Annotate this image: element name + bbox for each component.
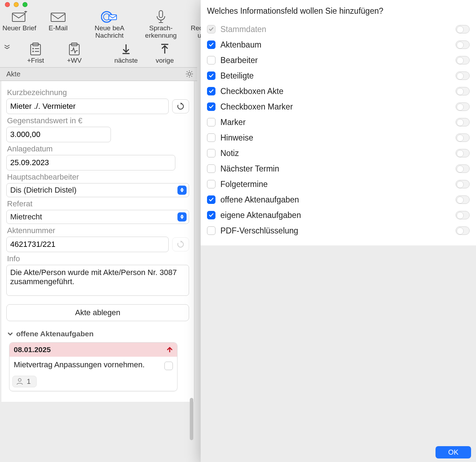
svg-point-10 [32, 48, 34, 49]
option-toggle[interactable] [456, 102, 470, 111]
select-referat[interactable]: Mietrecht [6, 210, 189, 224]
option-row[interactable]: Beteiligte [207, 68, 470, 83]
scrollbar[interactable] [189, 398, 194, 451]
popover-title: Welches Informationsfeld wollen Sie hinz… [201, 0, 476, 20]
task-checkbox[interactable] [164, 362, 173, 370]
option-toggle[interactable] [456, 164, 470, 173]
option-row[interactable]: eigene Aktenaufgaben [207, 207, 470, 223]
option-toggle[interactable] [456, 133, 470, 142]
toolbar-label: Neue beA Nachricht [95, 25, 125, 39]
option-row[interactable]: Aktenbaum [207, 37, 470, 52]
textarea-info[interactable]: Die Akte/Person wurde mit Akte/Person Nr… [6, 265, 189, 296]
option-label: eigene Aktenaufgaben [220, 211, 301, 220]
option-toggle[interactable] [456, 226, 470, 235]
envelope-icon [48, 10, 68, 24]
svg-rect-1 [51, 13, 65, 21]
assignee-chip[interactable]: 1 [12, 376, 37, 387]
window-controls[interactable] [0, 0, 197, 6]
option-row[interactable]: Notiz [207, 145, 470, 161]
person-icon [16, 378, 23, 385]
option-checkbox[interactable] [207, 40, 215, 49]
option-label: Bearbeiter [220, 56, 258, 65]
toolbar-email[interactable]: E-Mail [43, 10, 73, 39]
toolbar-sprach[interactable]: Sprach- erkennung [146, 10, 176, 39]
option-toggle[interactable] [456, 195, 470, 204]
option-row[interactable]: Folgetermine [207, 176, 470, 192]
option-checkbox[interactable] [207, 102, 215, 111]
toolbar-label: vorige [156, 57, 174, 64]
label-aktennummer: Aktennummer [7, 226, 188, 235]
svg-point-11 [32, 51, 34, 52]
priority-up-icon [167, 346, 173, 353]
option-toggle[interactable] [456, 71, 470, 80]
option-checkbox[interactable] [207, 87, 215, 95]
close-icon[interactable] [5, 2, 10, 7]
expand-toolbar[interactable] [2, 42, 12, 50]
option-label: Stammdaten [220, 25, 266, 34]
input-gegenstandswert[interactable] [6, 127, 111, 142]
gear-icon[interactable] [185, 70, 194, 78]
option-toggle[interactable] [456, 87, 470, 95]
option-label: Aktenbaum [220, 40, 261, 50]
option-checkbox[interactable] [207, 211, 215, 219]
select-hauptsachbearbeiter[interactable]: Dis (Dietrich Distel) [6, 183, 189, 197]
option-row[interactable]: Checkboxen Marker [207, 99, 470, 114]
section-toggle[interactable]: offene Aktenaufgaben [7, 330, 189, 338]
option-checkbox[interactable] [207, 56, 215, 64]
toolbar-naechste[interactable]: nächste [111, 42, 141, 64]
option-checkbox[interactable] [207, 118, 215, 126]
select-value: Mietrecht [10, 212, 42, 221]
option-checkbox[interactable] [207, 180, 215, 188]
toolbar-bea[interactable]: Neue beA Nachricht [94, 10, 125, 39]
option-row[interactable]: Hinweise [207, 130, 470, 145]
option-toggle[interactable] [456, 180, 470, 188]
option-checkbox[interactable] [207, 226, 215, 235]
panel-header: Akte [0, 68, 197, 81]
option-row[interactable]: PDF-Verschlüsselung [207, 223, 470, 238]
toolbar-wv[interactable]: +WV [59, 42, 89, 64]
option-label: Checkboxen Akte [220, 87, 283, 96]
option-checkbox[interactable] [207, 164, 215, 173]
chevron-down-icon [7, 331, 13, 337]
option-checkbox[interactable] [207, 71, 215, 80]
label-anlagedatum: Anlagedatum [7, 144, 188, 154]
option-row[interactable]: Checkboxen Akte [207, 83, 470, 99]
option-checkbox[interactable] [207, 195, 215, 204]
svg-point-14 [188, 73, 191, 75]
option-label: PDF-Verschlüsselung [220, 226, 298, 236]
toolbar-neuer-brief[interactable]: Neuer Brief [4, 10, 35, 39]
bea-icon [100, 10, 119, 24]
option-label: Notiz [220, 149, 239, 158]
option-toggle[interactable] [456, 149, 470, 157]
zoom-icon[interactable] [23, 2, 27, 7]
akte-ablegen-button[interactable]: Akte ablegen [6, 304, 189, 321]
option-row[interactable]: offene Aktenaufgaben [207, 192, 470, 207]
toolbar-frist[interactable]: +Frist [20, 42, 51, 64]
option-toggle[interactable] [456, 211, 470, 219]
arrow-down-icon [116, 42, 136, 56]
label-hauptsachbearbeiter: Hauptsachbearbeiter [7, 173, 188, 182]
option-row: Stammdaten [207, 21, 470, 37]
option-checkbox[interactable] [207, 133, 215, 142]
input-anlagedatum[interactable] [6, 155, 175, 170]
option-toggle[interactable] [456, 56, 470, 64]
option-checkbox[interactable] [207, 149, 215, 157]
option-label: Hinweise [220, 133, 253, 143]
option-row[interactable]: Marker [207, 114, 470, 130]
minimize-icon[interactable] [14, 2, 19, 7]
svg-rect-4 [109, 15, 117, 20]
refresh-button[interactable] [172, 99, 189, 113]
option-row[interactable]: Nächster Termin [207, 161, 470, 176]
input-aktennummer[interactable] [6, 237, 169, 252]
input-kurzbezeichnung[interactable] [6, 99, 169, 114]
option-toggle[interactable] [456, 40, 470, 49]
option-row[interactable]: Bearbeiter [207, 52, 470, 68]
toolbar-vorige[interactable]: vorige [150, 42, 180, 64]
task-card[interactable]: 08.01.2025 Mietvertrag Anpassungen vorne… [9, 342, 177, 391]
option-label: offene Aktenaufgaben [220, 195, 299, 205]
label-referat: Referat [7, 199, 188, 208]
option-toggle [456, 25, 470, 33]
option-toggle[interactable] [456, 118, 470, 126]
toolbar-label: Sprach- erkennung [145, 25, 177, 39]
ok-button[interactable]: OK [436, 446, 471, 458]
